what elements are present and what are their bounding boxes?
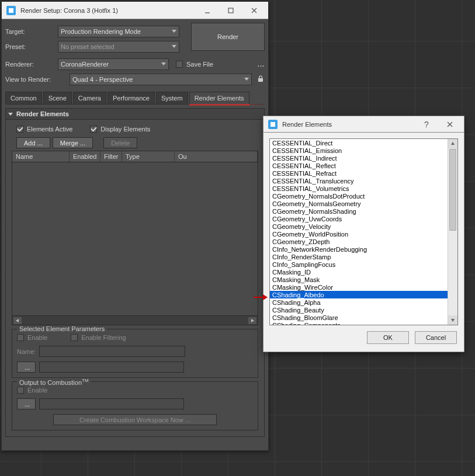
cancel-button[interactable]: Cancel [415,331,457,344]
create-combustion-button[interactable]: Create Combustion Workspace Now ... [53,414,217,425]
renderer-label: Renderer: [5,61,58,68]
list-item[interactable]: CMasking_ID [270,268,448,276]
checkbox-icon [90,126,97,133]
renderer-select[interactable]: CoronaRenderer [58,58,169,70]
chevron-down-icon [161,62,166,65]
enable-checkbox[interactable]: Enable [17,334,47,341]
list-item[interactable]: CShading_Beauty [270,306,448,314]
element-name-input[interactable] [39,346,185,357]
maximize-button[interactable] [219,2,242,19]
list-item[interactable]: CGeometry_NormalsDotProduct [270,192,448,200]
elements-table: Name Enabled Filter Type Ou [12,151,258,325]
scroll-up-icon[interactable] [448,139,457,148]
tab-render-elements[interactable]: Render Elements [189,92,249,104]
list-item[interactable]: CShading_Alpha [270,298,448,306]
svg-marker-8 [451,142,455,145]
list-item[interactable]: CInfo_RenderStamp [270,253,448,260]
list-item[interactable]: CGeometry_NormalsGeometry [270,200,448,207]
view-select[interactable]: Quad 4 - Perspective [70,74,252,85]
table-header: Name Enabled Filter Type Ou [12,151,258,162]
col-filter[interactable]: Filter [100,151,122,162]
list-item[interactable]: CGeometry_UvwCoords [270,215,448,223]
elements-active-checkbox[interactable]: Elements Active [16,126,72,133]
list-item[interactable]: CMasking_WireColor [270,283,448,291]
list-item[interactable]: CGeometry_ZDepth [270,238,448,245]
help-button[interactable]: ? [415,116,438,133]
element-path-browse[interactable]: ... [17,362,36,373]
render-elements-rollout-header[interactable]: Render Elements [5,108,265,120]
combustion-path-input[interactable] [39,398,184,409]
table-body[interactable] [12,162,258,315]
tab-performance[interactable]: Performance [108,92,155,104]
selected-params-legend: Selected Element Parameters [17,325,107,332]
setup-titlebar[interactable]: Render Setup: Corona 3 (Hotfix 1) [2,2,268,19]
col-type[interactable]: Type [122,151,175,162]
list-item[interactable]: CGeometry_Velocity [270,223,448,230]
display-elements-checkbox[interactable]: Display Elements [90,126,150,133]
list-item[interactable]: CESSENTIAL_Direct [270,139,448,147]
list-item[interactable]: CESSENTIAL_Refract [270,169,448,177]
chevron-down-icon [244,78,249,81]
app-icon [268,120,278,129]
scroll-left-icon[interactable] [13,317,22,324]
chevron-down-icon [172,30,176,33]
tabs: Common Scene Camera Performance System R… [5,92,265,105]
tab-scene[interactable]: Scene [43,92,72,104]
merge-button[interactable]: Merge ... [53,137,93,148]
list-item[interactable]: CShading_Components [270,321,448,325]
horizontal-scrollbar[interactable] [12,315,258,325]
tab-system[interactable]: System [156,92,188,104]
app-icon [6,6,16,15]
vertical-scrollbar[interactable] [448,139,457,325]
checkbox-icon [16,126,23,133]
list-item[interactable]: CMasking_Mask [270,276,448,283]
list-item[interactable]: CESSENTIAL_Reflect [270,162,448,169]
svg-marker-4 [16,319,19,322]
lock-icon[interactable] [256,75,265,84]
list-item[interactable]: CESSENTIAL_Indirect [270,154,448,162]
render-setup-window: Render Setup: Corona 3 (Hotfix 1) Target… [1,1,269,451]
close-button[interactable] [438,116,462,133]
tab-common[interactable]: Common [5,92,42,104]
list-item[interactable]: CInfo_SamplingFocus [270,260,448,268]
tab-camera[interactable]: Camera [73,92,106,104]
checkbox-icon [17,334,24,341]
list-item[interactable]: CGeometry_NormalsShading [270,207,448,215]
target-select[interactable]: Production Rendering Mode [58,26,179,37]
minimize-button[interactable] [196,2,219,19]
list-item[interactable]: CShading_BloomGlare [270,314,448,321]
collapse-icon [8,113,13,116]
render-elements-dialog: Render Elements ? CESSENTIAL_DirectCESSE… [263,116,464,352]
list-item[interactable]: CInfo_NetworkRenderDebugging [270,245,448,253]
ok-button[interactable]: OK [367,331,409,344]
chevron-down-icon [172,45,176,48]
list-item[interactable]: CShading_Albedo [270,291,448,298]
checkbox-icon [176,61,183,68]
col-output[interactable]: Ou [175,151,258,162]
scroll-thumb[interactable] [449,149,456,231]
enable-filtering-checkbox[interactable]: Enable Filtering [71,334,126,341]
delete-button[interactable]: Delete [103,137,137,148]
combustion-path-browse[interactable]: ... [17,398,36,409]
list-item[interactable]: CGeometry_WorldPosition [270,230,448,238]
col-enabled[interactable]: Enabled [70,151,100,162]
preset-select[interactable]: No preset selected [58,41,179,53]
list-item[interactable]: CESSENTIAL_Volumetrics [270,185,448,192]
list-item[interactable]: CESSENTIAL_Translucency [270,177,448,185]
combustion-enable-checkbox[interactable]: Enable [17,387,253,394]
annotation-arrow [254,294,268,300]
add-button[interactable]: Add ... [16,137,50,148]
target-label: Target: [5,28,58,35]
scroll-right-icon[interactable] [248,317,256,324]
save-file-checkbox[interactable]: Save File [176,61,213,68]
scroll-down-icon[interactable] [448,315,457,325]
dialog-titlebar[interactable]: Render Elements ? [263,116,464,133]
col-name[interactable]: Name [12,151,70,162]
render-button[interactable]: Render [191,23,265,51]
element-list[interactable]: CESSENTIAL_DirectCESSENTIAL_EmissionCESS… [270,139,448,325]
close-button[interactable] [242,2,266,19]
list-item[interactable]: CESSENTIAL_Emission [270,147,448,154]
save-file-browse[interactable]: ... [258,61,265,68]
element-path-input[interactable] [39,362,184,373]
setup-title: Render Setup: Corona 3 (Hotfix 1) [20,7,196,14]
